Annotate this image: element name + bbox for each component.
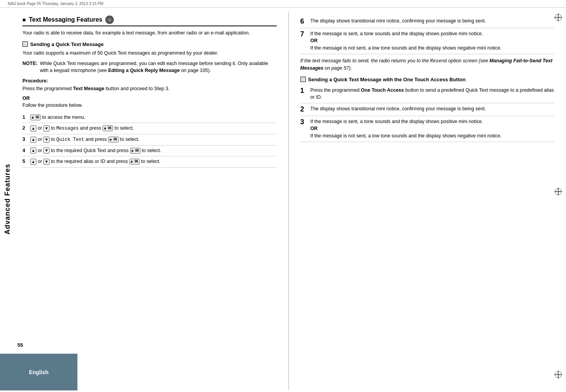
left-column: ■ Text Messaging Features ☺ Your radio i…	[15, 12, 289, 390]
section1-heading: Sending a Quick Text Message	[22, 41, 277, 47]
arrow-down-5: ▼	[43, 159, 50, 165]
r-step-1-num: 1	[300, 87, 308, 95]
r-step-1-content: Press the programmed One Touch Access bu…	[310, 87, 555, 101]
step-3-content: ▲ or ▼ to Quick Text and press ▣ OK to s…	[30, 136, 277, 143]
r-step-2: 2 The display shows transitional mini no…	[300, 103, 555, 116]
step-5-select: to select.	[141, 159, 161, 164]
person-icon: ☺	[105, 15, 114, 24]
arrow-up-icon: ▲	[30, 125, 36, 132]
step-5: 5 ▲ or ▼ to the required alias or ID and…	[22, 156, 277, 168]
step-3-num: 3	[22, 136, 28, 143]
note-block: NOTE: While Quick Text messages are prog…	[22, 60, 277, 75]
bottom-language-bar: English	[0, 354, 77, 390]
or-text-1: OR	[22, 96, 277, 101]
section1-heading-text: Sending a Quick Text Message	[30, 41, 104, 47]
right-column: 6 The display shows transitional mini no…	[289, 12, 566, 390]
step-5-text: to the required alias or ID and press	[51, 159, 129, 164]
note-label: NOTE:	[22, 60, 38, 75]
section2-heading-text: Sending a Quick Text Message with the On…	[308, 77, 466, 82]
step-7-or: OR	[310, 38, 318, 43]
step-7-num: 7	[300, 30, 308, 39]
step-2-post: and press	[79, 125, 103, 131]
step-2-or: or	[38, 125, 43, 131]
step-6-content: The display shows transitional mini noti…	[310, 17, 555, 25]
step-6-header: 6 The display shows transitional mini no…	[300, 17, 555, 26]
procedure-text: Press the programmed Text Message button…	[22, 85, 277, 92]
r-step-2-header: 2 The display shows transitional mini no…	[300, 105, 555, 114]
language-label: English	[29, 369, 49, 375]
note-text: While Quick Text messages are programmed…	[40, 60, 277, 75]
step-6-num: 6	[300, 17, 308, 26]
step-2-pre: to	[51, 125, 57, 131]
step-2-num: 2	[22, 125, 28, 132]
step-4: 4 ▲ or ▼ to the required Quick Text and …	[22, 146, 277, 157]
r-step-1-header: 1 Press the programmed One Touch Access …	[300, 87, 555, 101]
ok-key-4: ▣ OK	[130, 148, 141, 154]
arrow-down-3: ▼	[43, 137, 50, 143]
step-3-post: and press	[84, 137, 108, 142]
step-1-text: to access the menu.	[42, 115, 86, 120]
step-2-select: to select.	[115, 125, 134, 131]
r-step-3-header: 3 If the message is sent, a tone sounds …	[300, 118, 555, 140]
page-number: 55	[17, 342, 23, 348]
ok-key-3: ▣ OK	[108, 137, 118, 142]
step-2-content: ▲ or ▼ to Messages and press ▣ OK to sel…	[30, 125, 277, 132]
step-2-mono: Messages	[56, 126, 79, 131]
r-step-3-content: If the message is sent, a tone sounds an…	[310, 118, 555, 140]
step-7-content: If the message is sent, a tone sounds an…	[310, 30, 555, 52]
top-bar-text: NAG.book Page 55 Thursday, January 3, 20…	[8, 2, 103, 6]
section2-heading: Sending a Quick Text Message with the On…	[300, 77, 555, 82]
procedure-label: Procedure:	[22, 78, 277, 84]
sidebar: Advanced Features	[0, 8, 15, 390]
right-step-7: 7 If the message is sent, a tone sounds …	[300, 28, 555, 54]
top-bar: NAG.book Page 55 Thursday, January 3, 20…	[0, 0, 566, 8]
step-5-content: ▲ or ▼ to the required alias or ID and p…	[30, 158, 277, 165]
step-list: 1 ▣ OK to access the menu. 2 ▲ or ▼ to M…	[22, 112, 277, 168]
r-step-2-content: The display shows transitional mini noti…	[310, 105, 555, 113]
arrow-up-4: ▲	[30, 147, 36, 154]
section1-body: Your radio supports a maximum of 50 Quic…	[22, 50, 277, 57]
ok-key-icon: ▣ OK	[30, 115, 41, 120]
arrow-up-3: ▲	[30, 137, 36, 143]
step-3-or: or	[38, 137, 43, 142]
intro-text: Your radio is able to receive data, for …	[22, 29, 277, 37]
step-1: 1 ▣ OK to access the menu.	[22, 112, 277, 123]
step-1-content: ▣ OK to access the menu.	[30, 114, 277, 121]
arrow-down-4: ▼	[43, 147, 50, 154]
step-1-num: 1	[22, 114, 28, 121]
arrow-up-5: ▲	[30, 159, 36, 165]
page-container: Advanced Features ■ Text Messaging Featu…	[0, 8, 566, 390]
step-4-text: to the required Quick Text and press	[51, 148, 130, 153]
step-4-content: ▲ or ▼ to the required Quick Text and pr…	[30, 147, 277, 154]
italic-note: If the text message fails to send, the r…	[300, 57, 555, 72]
step-4-or: or	[38, 148, 43, 153]
step-3: 3 ▲ or ▼ to Quick Text and press ▣ OK to…	[22, 134, 277, 146]
right-step-6: 6 The display shows transitional mini no…	[300, 15, 555, 28]
step-7-header: 7 If the message is sent, a tone sounds …	[300, 30, 555, 52]
step-4-num: 4	[22, 147, 28, 154]
black-square-icon: ■	[22, 17, 26, 23]
main-heading-text: Text Messaging Features	[29, 16, 102, 23]
arrow-down-icon: ▼	[43, 125, 50, 132]
step-4-select: to select.	[142, 148, 161, 153]
ok-key-2: ▣ OK	[103, 125, 113, 131]
ok-key-5: ▣ OK	[129, 159, 140, 164]
r-step-2-num: 2	[300, 105, 308, 114]
step-2: 2 ▲ or ▼ to Messages and press ▣ OK to s…	[22, 123, 277, 134]
sidebar-label: Advanced Features	[3, 164, 12, 235]
procedure-text-2: Follow the procedure below.	[22, 102, 277, 109]
step-3-pre: to	[51, 137, 57, 142]
doc-icon	[22, 41, 28, 47]
r-step-3-num: 3	[300, 118, 308, 127]
step-5-num: 5	[22, 158, 28, 165]
r-step-3: 3 If the message is sent, a tone sounds …	[300, 116, 555, 142]
step-3-select: to select.	[120, 137, 139, 142]
doc-icon-2	[300, 77, 306, 82]
step-3-mono: Quick Text	[56, 137, 84, 142]
r-step-3-or: OR	[310, 126, 318, 131]
r-step-1: 1 Press the programmed One Touch Access …	[300, 85, 555, 104]
content-area: ■ Text Messaging Features ☺ Your radio i…	[15, 8, 566, 390]
step-5-or: or	[38, 159, 43, 164]
main-heading: ■ Text Messaging Features ☺	[22, 15, 277, 26]
